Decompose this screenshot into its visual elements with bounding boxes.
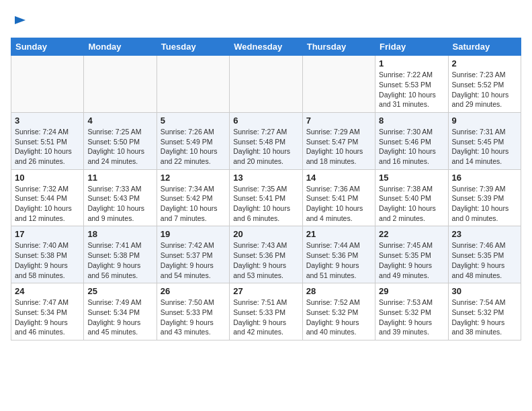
- calendar-cell: 30Sunrise: 7:54 AM Sunset: 5:32 PM Dayli…: [448, 283, 521, 340]
- day-number: 16: [452, 173, 517, 183]
- day-info: Sunrise: 7:32 AM Sunset: 5:44 PM Dayligh…: [15, 184, 80, 224]
- day-info: Sunrise: 7:30 AM Sunset: 5:46 PM Dayligh…: [379, 127, 444, 167]
- day-number: 2: [452, 58, 517, 68]
- day-number: 24: [15, 286, 80, 296]
- day-number: 12: [161, 173, 226, 183]
- day-info: Sunrise: 7:27 AM Sunset: 5:48 PM Dayligh…: [233, 127, 298, 167]
- calendar-cell: [302, 56, 375, 113]
- calendar-week-3: 10Sunrise: 7:32 AM Sunset: 5:44 PM Dayli…: [11, 169, 521, 226]
- day-info: Sunrise: 7:31 AM Sunset: 5:45 PM Dayligh…: [452, 127, 517, 167]
- calendar-header-monday: Monday: [84, 38, 157, 56]
- calendar-cell: 24Sunrise: 7:47 AM Sunset: 5:34 PM Dayli…: [11, 283, 84, 340]
- calendar-header-thursday: Thursday: [302, 38, 375, 56]
- calendar-cell: [11, 56, 84, 113]
- day-number: 21: [306, 229, 371, 239]
- day-number: 1: [379, 58, 444, 68]
- day-info: Sunrise: 7:41 AM Sunset: 5:38 PM Dayligh…: [87, 240, 152, 280]
- day-number: 20: [233, 229, 298, 239]
- calendar-header-friday: Friday: [375, 38, 448, 56]
- day-number: 18: [87, 229, 152, 239]
- calendar-week-5: 24Sunrise: 7:47 AM Sunset: 5:34 PM Dayli…: [11, 283, 521, 340]
- day-number: 22: [379, 229, 444, 239]
- calendar-cell: 13Sunrise: 7:35 AM Sunset: 5:41 PM Dayli…: [230, 169, 302, 226]
- calendar-cell: 12Sunrise: 7:34 AM Sunset: 5:42 PM Dayli…: [157, 169, 229, 226]
- calendar-week-1: 1Sunrise: 7:22 AM Sunset: 5:53 PM Daylig…: [11, 56, 521, 113]
- calendar-cell: 8Sunrise: 7:30 AM Sunset: 5:46 PM Daylig…: [375, 112, 448, 169]
- svg-marker-0: [15, 16, 26, 24]
- day-info: Sunrise: 7:33 AM Sunset: 5:43 PM Dayligh…: [87, 184, 152, 224]
- day-info: Sunrise: 7:24 AM Sunset: 5:51 PM Dayligh…: [15, 127, 80, 167]
- calendar-table: SundayMondayTuesdayWednesdayThursdayFrid…: [11, 38, 521, 340]
- calendar-cell: 29Sunrise: 7:53 AM Sunset: 5:32 PM Dayli…: [375, 283, 448, 340]
- day-info: Sunrise: 7:29 AM Sunset: 5:47 PM Dayligh…: [306, 127, 371, 167]
- day-number: 9: [452, 116, 517, 126]
- day-info: Sunrise: 7:42 AM Sunset: 5:37 PM Dayligh…: [161, 240, 226, 280]
- day-number: 14: [306, 173, 371, 183]
- day-number: 5: [161, 116, 226, 126]
- calendar-cell: 3Sunrise: 7:24 AM Sunset: 5:51 PM Daylig…: [11, 112, 84, 169]
- calendar-cell: 22Sunrise: 7:45 AM Sunset: 5:35 PM Dayli…: [375, 226, 448, 283]
- day-info: Sunrise: 7:25 AM Sunset: 5:50 PM Dayligh…: [87, 127, 152, 167]
- day-number: 13: [233, 173, 298, 183]
- day-number: 28: [306, 286, 371, 296]
- calendar-cell: 26Sunrise: 7:50 AM Sunset: 5:33 PM Dayli…: [157, 283, 229, 340]
- calendar-cell: 14Sunrise: 7:36 AM Sunset: 5:41 PM Dayli…: [302, 169, 375, 226]
- calendar-header-tuesday: Tuesday: [157, 38, 229, 56]
- day-number: 17: [15, 229, 80, 239]
- calendar-header-saturday: Saturday: [448, 38, 521, 56]
- calendar-cell: 27Sunrise: 7:51 AM Sunset: 5:33 PM Dayli…: [230, 283, 302, 340]
- calendar-cell: 18Sunrise: 7:41 AM Sunset: 5:38 PM Dayli…: [84, 226, 157, 283]
- day-info: Sunrise: 7:47 AM Sunset: 5:34 PM Dayligh…: [15, 298, 80, 337]
- calendar-cell: 20Sunrise: 7:43 AM Sunset: 5:36 PM Dayli…: [230, 226, 302, 283]
- calendar-cell: 23Sunrise: 7:46 AM Sunset: 5:35 PM Dayli…: [448, 226, 521, 283]
- calendar-cell: 1Sunrise: 7:22 AM Sunset: 5:53 PM Daylig…: [375, 56, 448, 113]
- day-info: Sunrise: 7:26 AM Sunset: 5:49 PM Dayligh…: [161, 127, 226, 167]
- day-number: 7: [306, 116, 371, 126]
- day-number: 23: [452, 229, 517, 239]
- calendar-body: 1Sunrise: 7:22 AM Sunset: 5:53 PM Daylig…: [11, 56, 521, 340]
- day-info: Sunrise: 7:40 AM Sunset: 5:38 PM Dayligh…: [15, 240, 80, 280]
- day-info: Sunrise: 7:38 AM Sunset: 5:40 PM Dayligh…: [379, 184, 444, 224]
- calendar-cell: 15Sunrise: 7:38 AM Sunset: 5:40 PM Dayli…: [375, 169, 448, 226]
- day-number: 8: [379, 116, 444, 126]
- day-number: 25: [87, 286, 152, 296]
- day-number: 26: [161, 286, 226, 296]
- logo: [11, 11, 27, 30]
- day-number: 6: [233, 116, 298, 126]
- calendar-cell: 6Sunrise: 7:27 AM Sunset: 5:48 PM Daylig…: [230, 112, 302, 169]
- day-info: Sunrise: 7:34 AM Sunset: 5:42 PM Dayligh…: [161, 184, 226, 224]
- calendar-cell: 21Sunrise: 7:44 AM Sunset: 5:36 PM Dayli…: [302, 226, 375, 283]
- day-info: Sunrise: 7:43 AM Sunset: 5:36 PM Dayligh…: [233, 240, 298, 280]
- page-header: [11, 11, 521, 30]
- calendar-cell: 4Sunrise: 7:25 AM Sunset: 5:50 PM Daylig…: [84, 112, 157, 169]
- calendar-cell: 7Sunrise: 7:29 AM Sunset: 5:47 PM Daylig…: [302, 112, 375, 169]
- day-info: Sunrise: 7:23 AM Sunset: 5:52 PM Dayligh…: [452, 70, 517, 109]
- day-number: 3: [15, 116, 80, 126]
- calendar-cell: 17Sunrise: 7:40 AM Sunset: 5:38 PM Dayli…: [11, 226, 84, 283]
- day-number: 10: [15, 173, 80, 183]
- day-number: 19: [161, 229, 226, 239]
- calendar-header-row: SundayMondayTuesdayWednesdayThursdayFrid…: [11, 38, 521, 56]
- calendar-cell: [157, 56, 229, 113]
- day-info: Sunrise: 7:39 AM Sunset: 5:39 PM Dayligh…: [452, 184, 517, 224]
- calendar-cell: 16Sunrise: 7:39 AM Sunset: 5:39 PM Dayli…: [448, 169, 521, 226]
- day-info: Sunrise: 7:53 AM Sunset: 5:32 PM Dayligh…: [379, 298, 444, 337]
- calendar-cell: [84, 56, 157, 113]
- day-info: Sunrise: 7:50 AM Sunset: 5:33 PM Dayligh…: [161, 298, 226, 337]
- calendar-week-4: 17Sunrise: 7:40 AM Sunset: 5:38 PM Dayli…: [11, 226, 521, 283]
- day-info: Sunrise: 7:54 AM Sunset: 5:32 PM Dayligh…: [452, 298, 517, 337]
- day-number: 11: [87, 173, 152, 183]
- day-number: 4: [87, 116, 152, 126]
- day-info: Sunrise: 7:44 AM Sunset: 5:36 PM Dayligh…: [306, 240, 371, 280]
- calendar-cell: 11Sunrise: 7:33 AM Sunset: 5:43 PM Dayli…: [84, 169, 157, 226]
- calendar-header-sunday: Sunday: [11, 38, 84, 56]
- day-number: 29: [379, 286, 444, 296]
- day-number: 30: [452, 286, 517, 296]
- calendar-week-2: 3Sunrise: 7:24 AM Sunset: 5:51 PM Daylig…: [11, 112, 521, 169]
- calendar-cell: [230, 56, 302, 113]
- day-info: Sunrise: 7:46 AM Sunset: 5:35 PM Dayligh…: [452, 240, 517, 280]
- day-info: Sunrise: 7:45 AM Sunset: 5:35 PM Dayligh…: [379, 240, 444, 280]
- day-info: Sunrise: 7:22 AM Sunset: 5:53 PM Dayligh…: [379, 70, 444, 109]
- day-number: 27: [233, 286, 298, 296]
- day-info: Sunrise: 7:36 AM Sunset: 5:41 PM Dayligh…: [306, 184, 371, 224]
